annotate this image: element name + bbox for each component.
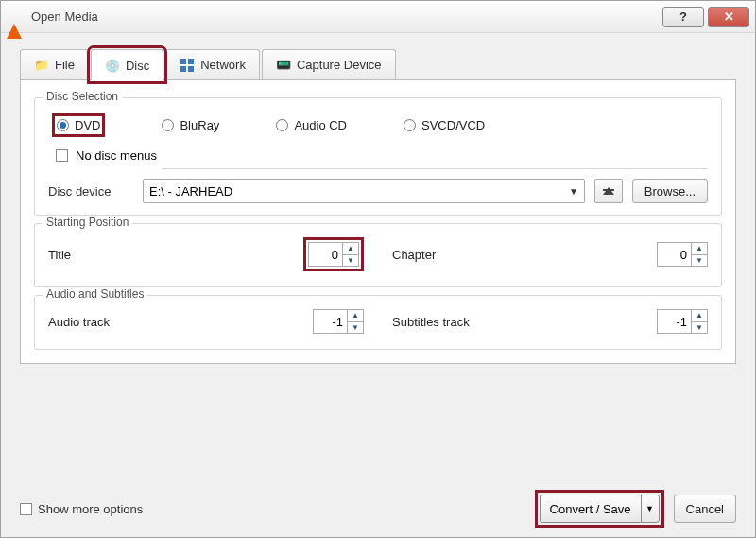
radio-dvd[interactable]: DVD [57, 118, 100, 132]
subtitles-track-input[interactable] [657, 309, 691, 334]
network-icon [180, 58, 195, 73]
chapter-label: Chapter [392, 248, 657, 262]
convert-save-button[interactable]: Convert / Save ▼ [540, 495, 660, 523]
radio-bluray-label: BluRay [180, 118, 219, 132]
chevron-down-icon: ▼ [569, 186, 578, 197]
open-media-dialog: Open Media ? ✕ File Disc Network Capture… [0, 0, 756, 538]
subtitles-track-label: Subtitles track [392, 315, 657, 329]
help-button[interactable]: ? [662, 7, 704, 27]
disc-device-row: Disc device E:\ - JARHEAD ▼ Browse... [48, 179, 708, 203]
dialog-footer: Show more options Convert / Save ▼ Cance… [1, 490, 755, 528]
tab-capture-label: Capture Device [297, 58, 382, 72]
audio-track-input[interactable] [313, 309, 347, 334]
group-label: Starting Position [43, 216, 132, 229]
chevron-down-icon[interactable]: ▼ [641, 495, 660, 523]
cancel-label: Cancel [686, 502, 724, 516]
radio-indicator-icon [162, 119, 174, 131]
cancel-button[interactable]: Cancel [674, 495, 736, 523]
radio-bluray[interactable]: BluRay [162, 118, 219, 132]
close-button[interactable]: ✕ [708, 7, 749, 27]
group-label: Disc Selection [43, 90, 122, 103]
tab-bar: File Disc Network Capture Device [20, 46, 736, 80]
tab-network-label: Network [200, 58, 246, 72]
eject-icon [603, 187, 614, 195]
radio-indicator-icon [276, 119, 288, 131]
disc-icon [105, 58, 120, 73]
checkbox-show-more-options[interactable] [20, 503, 32, 515]
spin-up-icon[interactable]: ▲ [348, 310, 363, 322]
browse-label: Browse... [644, 184, 696, 199]
radio-indicator-icon [57, 119, 69, 131]
disc-type-radios: DVD BluRay Audio CD SVCD/VCD [48, 108, 708, 145]
titlebar: Open Media ? ✕ [1, 1, 755, 33]
radio-dvd-label: DVD [75, 118, 100, 132]
radio-audiocd[interactable]: Audio CD [276, 118, 347, 132]
eject-button[interactable] [594, 179, 623, 203]
chapter-spinner[interactable]: ▲▼ [657, 242, 708, 267]
spin-down-icon[interactable]: ▼ [343, 255, 358, 267]
spin-down-icon[interactable]: ▼ [692, 322, 707, 334]
tab-file-label: File [55, 58, 75, 72]
disc-device-value: E:\ - JARHEAD [149, 184, 232, 199]
title-spinner[interactable]: ▲▼ [308, 242, 359, 267]
disc-device-select[interactable]: E:\ - JARHEAD ▼ [143, 179, 585, 203]
title-label: Title [48, 248, 303, 262]
title-input[interactable] [308, 242, 342, 267]
separator [162, 168, 708, 169]
window-title: Open Media [26, 9, 662, 24]
group-starting-position: Starting Position Title ▲▼ Chapter [34, 223, 722, 287]
convert-save-label: Convert / Save [550, 502, 631, 516]
tab-file[interactable]: File [20, 49, 89, 79]
subtitles-track-spinner[interactable]: ▲▼ [657, 309, 708, 334]
vlc-cone-icon [7, 9, 26, 24]
spin-up-icon[interactable]: ▲ [343, 243, 358, 255]
show-more-options-label: Show more options [38, 502, 143, 516]
dialog-body: File Disc Network Capture Device Disc Se… [1, 33, 755, 377]
capture-device-icon [276, 58, 291, 73]
spin-up-icon[interactable]: ▲ [692, 243, 707, 255]
tab-disc[interactable]: Disc [91, 49, 163, 80]
audio-track-spinner[interactable]: ▲▼ [313, 309, 364, 334]
spin-down-icon[interactable]: ▼ [348, 322, 363, 334]
group-audio-subtitles: Audio and Subtitles Audio track ▲▼ Subti… [34, 295, 722, 350]
no-disc-menus-label: No disc menus [76, 148, 157, 163]
tab-capture-device[interactable]: Capture Device [262, 49, 396, 79]
radio-svcd[interactable]: SVCD/VCD [404, 118, 485, 132]
disc-device-label: Disc device [48, 184, 133, 199]
group-disc-selection: Disc Selection DVD BluRay Audi [34, 97, 722, 216]
tab-disc-label: Disc [126, 59, 149, 73]
spin-up-icon[interactable]: ▲ [692, 310, 707, 322]
group-label: Audio and Subtitles [43, 287, 147, 301]
radio-indicator-icon [404, 119, 416, 131]
spin-down-icon[interactable]: ▼ [692, 255, 707, 267]
tab-panel-disc: Disc Selection DVD BluRay Audi [20, 80, 736, 364]
tab-network[interactable]: Network [165, 49, 260, 79]
chapter-input[interactable] [657, 242, 691, 267]
checkbox-no-disc-menus[interactable] [56, 149, 68, 162]
audio-track-label: Audio track [48, 315, 313, 329]
radio-audiocd-label: Audio CD [294, 118, 347, 132]
folder-icon [34, 58, 49, 73]
radio-svcd-label: SVCD/VCD [421, 118, 485, 132]
browse-button[interactable]: Browse... [632, 179, 708, 203]
